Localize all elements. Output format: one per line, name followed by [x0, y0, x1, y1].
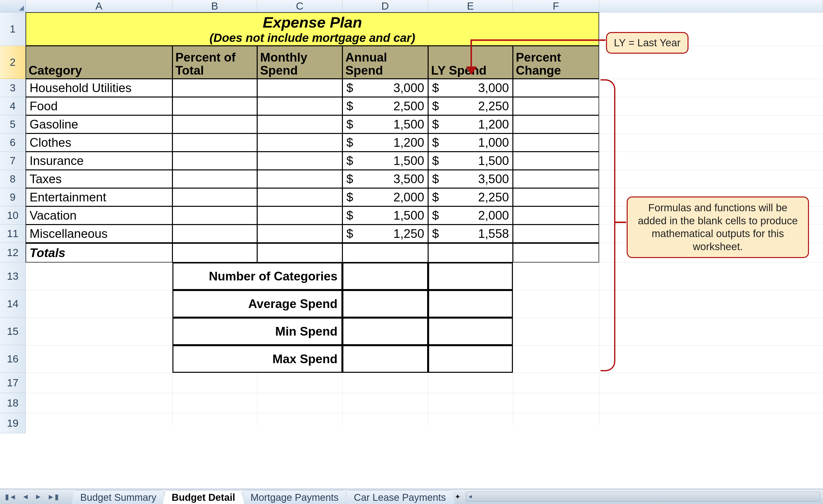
stat-min-spend-e[interactable] — [428, 318, 513, 345]
cell-blank[interactable] — [257, 225, 342, 243]
cell-annual-spend[interactable]: $1,500 — [342, 206, 428, 225]
cell-category[interactable]: Taxes — [26, 170, 172, 188]
cell-ly-spend[interactable]: $3,500 — [428, 170, 513, 188]
row-header-4[interactable]: 4 — [0, 97, 26, 115]
cell-annual-spend[interactable]: $3,000 — [342, 79, 428, 97]
cell-category[interactable]: Vacation — [26, 206, 172, 225]
tab-next-icon[interactable]: ► — [33, 491, 43, 502]
stat-max-spend-e[interactable] — [428, 345, 513, 373]
totals-category[interactable]: Totals — [26, 243, 172, 262]
tab-budget-detail[interactable]: Budget Detail — [163, 490, 244, 504]
row-header-18[interactable]: 18 — [0, 393, 26, 413]
cell-annual-spend[interactable]: $2,500 — [342, 97, 428, 115]
row-header-10[interactable]: 10 — [0, 206, 26, 225]
cell-category[interactable]: Gasoline — [26, 115, 172, 134]
cell-blank[interactable] — [257, 97, 342, 115]
cell-category[interactable]: Insurance — [26, 152, 172, 170]
cell-blank[interactable] — [172, 97, 257, 115]
row-header-6[interactable]: 6 — [0, 134, 26, 152]
cell-blank[interactable] — [172, 115, 257, 134]
cell-category[interactable]: Household Utilities — [26, 79, 172, 97]
stat-max-spend-d[interactable] — [342, 345, 428, 373]
cell-blank[interactable] — [257, 134, 342, 152]
row-header-8[interactable]: 8 — [0, 170, 26, 188]
cell-ly-spend[interactable]: $2,250 — [428, 97, 513, 115]
cell-blank[interactable] — [257, 79, 342, 97]
row-header-3[interactable]: 3 — [0, 79, 26, 97]
stat-avg-spend-d[interactable] — [342, 290, 428, 318]
cell-percent-change[interactable] — [513, 79, 599, 97]
col-header-D[interactable]: D — [342, 0, 428, 12]
cell-blank[interactable] — [257, 115, 342, 134]
cell-category[interactable]: Miscellaneous — [26, 225, 172, 243]
cell-ly-spend[interactable]: $1,500 — [428, 152, 513, 170]
cell-category[interactable]: Food — [26, 97, 172, 115]
cell-blank[interactable] — [172, 188, 257, 206]
cell-blank[interactable] — [172, 225, 257, 243]
totals-f[interactable] — [513, 243, 599, 262]
cell-blank[interactable] — [257, 188, 342, 206]
cell-percent-change[interactable] — [513, 206, 599, 225]
row-header-7[interactable]: 7 — [0, 152, 26, 170]
row-header-16[interactable]: 16 — [0, 345, 26, 373]
header-monthly-spend[interactable]: Monthly Spend — [257, 46, 342, 79]
tab-last-icon[interactable]: ►▮ — [46, 491, 60, 502]
cell-category[interactable]: Entertainment — [26, 188, 172, 206]
cell-percent-change[interactable] — [513, 115, 599, 134]
stat-num-categories-label[interactable]: Number of Categories — [172, 262, 342, 290]
col-header-F[interactable]: F — [513, 0, 599, 12]
cell-percent-change[interactable] — [513, 170, 599, 188]
totals-c[interactable] — [257, 243, 342, 262]
header-percent-total[interactable]: Percent of Total — [172, 46, 257, 79]
cell-annual-spend[interactable]: $1,500 — [342, 115, 428, 134]
cell-ly-spend[interactable]: $1,558 — [428, 225, 513, 243]
totals-d[interactable] — [342, 243, 428, 262]
row-header-19[interactable]: 19 — [0, 413, 26, 433]
row-header-15[interactable]: 15 — [0, 318, 26, 345]
col-header-B[interactable]: B — [172, 0, 257, 12]
header-percent-change[interactable]: Percent Change — [513, 46, 599, 79]
cell-annual-spend[interactable]: $2,000 — [342, 188, 428, 206]
col-header-extra[interactable] — [599, 0, 823, 12]
row-header-2[interactable]: 2 — [0, 46, 26, 79]
cell-ly-spend[interactable]: $1,000 — [428, 134, 513, 152]
cell-annual-spend[interactable]: $1,200 — [342, 134, 428, 152]
tab-budget-summary[interactable]: Budget Summary — [71, 490, 166, 504]
cell-blank[interactable] — [257, 152, 342, 170]
cell-blank[interactable] — [257, 206, 342, 225]
header-annual-spend[interactable]: Annual Spend — [342, 46, 428, 79]
cell-ly-spend[interactable]: $2,250 — [428, 188, 513, 206]
cell-annual-spend[interactable]: $3,500 — [342, 170, 428, 188]
cell-annual-spend[interactable]: $1,500 — [342, 152, 428, 170]
select-all-corner[interactable] — [0, 0, 26, 12]
stat-min-spend-label[interactable]: Min Spend — [172, 318, 342, 345]
cell-category[interactable]: Clothes — [26, 134, 172, 152]
cell-percent-change[interactable] — [513, 225, 599, 243]
cell-blank[interactable] — [172, 79, 257, 97]
col-header-E[interactable]: E — [428, 0, 513, 12]
stat-avg-spend-e[interactable] — [428, 290, 513, 318]
row-header-13[interactable]: 13 — [0, 262, 26, 290]
cell-blank[interactable] — [257, 170, 342, 188]
row-header-12[interactable]: 12 — [0, 243, 26, 262]
col-header-A[interactable]: A — [26, 0, 172, 12]
row-header-17[interactable]: 17 — [0, 373, 26, 393]
totals-b[interactable] — [172, 243, 257, 262]
cell-ly-spend[interactable]: $2,000 — [428, 206, 513, 225]
stat-num-categories-d[interactable] — [342, 262, 428, 290]
stat-avg-spend-label[interactable]: Average Spend — [172, 290, 342, 318]
totals-e[interactable] — [428, 243, 513, 262]
row-header-1[interactable]: 1 — [0, 12, 26, 46]
cell-percent-change[interactable] — [513, 152, 599, 170]
horizontal-scrollbar[interactable] — [466, 492, 820, 502]
row-header-5[interactable]: 5 — [0, 115, 26, 134]
tab-first-icon[interactable]: ▮◄ — [3, 491, 18, 502]
cell-percent-change[interactable] — [513, 188, 599, 206]
stat-max-spend-label[interactable]: Max Spend — [172, 345, 342, 373]
header-category[interactable]: Category — [26, 46, 172, 79]
cell-blank[interactable] — [172, 152, 257, 170]
row-header-9[interactable]: 9 — [0, 188, 26, 206]
tab-prev-icon[interactable]: ◄ — [20, 491, 31, 502]
row-header-14[interactable]: 14 — [0, 290, 26, 318]
cell-blank[interactable] — [172, 170, 257, 188]
